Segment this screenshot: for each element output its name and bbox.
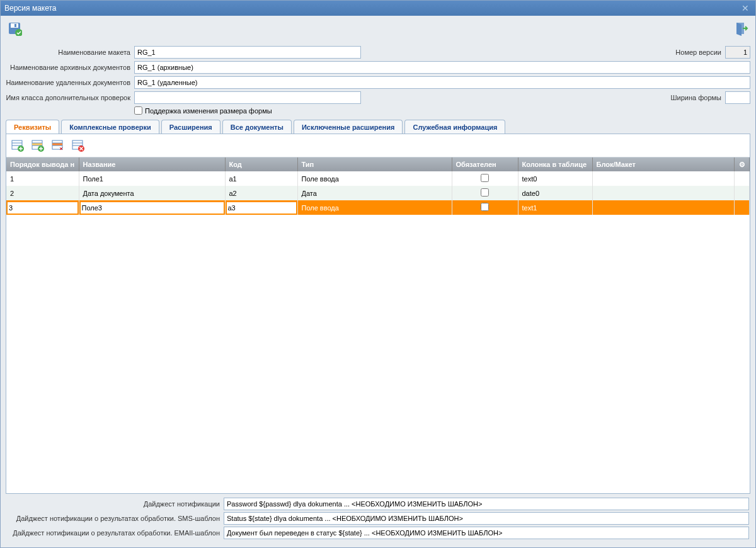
resize-checkbox[interactable]	[134, 106, 142, 115]
digest-input[interactable]	[224, 498, 749, 510]
deleted-label: Наименование удаленных документов	[6, 79, 132, 86]
cell-order[interactable]: 2	[6, 186, 79, 200]
cell-type[interactable]: Поле ввода	[297, 200, 452, 215]
order-input[interactable]	[7, 202, 78, 214]
archive-input[interactable]	[134, 61, 750, 74]
save-icon[interactable]	[6, 20, 23, 37]
tab-all-docs[interactable]: Все документы	[222, 120, 292, 134]
requisites-table: Порядок вывода н Название Код Тип Обязат…	[6, 157, 750, 215]
titlebar: Версия макета ✕	[1, 1, 755, 16]
cell-block[interactable]	[592, 186, 735, 200]
exit-icon[interactable]	[733, 20, 750, 37]
deleted-input[interactable]	[134, 76, 750, 89]
cell-name[interactable]: Поле1	[79, 171, 225, 186]
svg-marker-5	[736, 23, 742, 36]
cell-column[interactable]: date0	[518, 186, 592, 200]
required-checkbox[interactable]	[481, 188, 489, 197]
cell-code[interactable]: a2	[225, 186, 297, 200]
cell-block[interactable]	[592, 200, 735, 215]
cell-type[interactable]: Дата	[297, 186, 452, 200]
table-row[interactable]: 2 Дата документа a2 Дата date0	[6, 186, 750, 200]
email-label: Дайджест нотификации о результатах обраб…	[7, 529, 221, 537]
cell-required[interactable]	[452, 200, 518, 215]
sms-input[interactable]	[224, 512, 749, 525]
row-archive: Наименование архивных документов	[6, 61, 750, 74]
table-body: 1 Поле1 a1 Поле ввода text0 2 Дата докум…	[6, 171, 750, 215]
table-row[interactable]: Поле ввода text1	[6, 200, 750, 215]
tab-service-info[interactable]: Служебная информация	[404, 120, 505, 134]
row-name: Наименование макета Номер версии	[6, 46, 750, 59]
tab-complex-checks[interactable]: Комплексные проверки	[61, 120, 159, 134]
cell-order[interactable]: 1	[6, 171, 79, 186]
table-wrap: Порядок вывода н Название Код Тип Обязат…	[6, 157, 750, 493]
cell-required[interactable]	[452, 186, 518, 200]
width-label: Ширина формы	[671, 94, 723, 101]
sms-label: Дайджест нотификации о результатах обраб…	[7, 515, 221, 522]
required-checkbox[interactable]	[481, 203, 489, 211]
row-deleted: Наименование удаленных документов	[6, 76, 750, 89]
delete-row-icon[interactable]	[71, 138, 86, 153]
name-cell-input[interactable]	[80, 202, 224, 214]
svg-rect-2	[14, 24, 16, 27]
content: Наименование макета Номер версии Наимено…	[1, 46, 755, 547]
copy-row-icon[interactable]	[50, 138, 66, 153]
name-label: Наименование макета	[6, 49, 132, 56]
name-input[interactable]	[134, 46, 361, 59]
col-code[interactable]: Код	[225, 157, 297, 171]
edit-row-icon[interactable]	[30, 138, 45, 153]
version-input	[725, 46, 750, 59]
tab-requisites[interactable]: Реквизиты	[6, 120, 59, 134]
cell-name[interactable]: Дата документа	[79, 186, 225, 200]
version-label: Номер версии	[675, 49, 723, 56]
row-class: Имя класса дополнительных проверок Ширин…	[6, 91, 750, 104]
bottom-form: Дайджест нотификации Дайджест нотификаци…	[6, 494, 750, 542]
archive-label: Наименование архивных документов	[6, 64, 132, 71]
tab-bar: Реквизиты Комплексные проверки Расширени…	[6, 120, 750, 134]
cell-code[interactable]	[225, 200, 297, 215]
row-digest: Дайджест нотификации	[7, 498, 749, 510]
cell-type[interactable]: Поле ввода	[297, 171, 452, 186]
table-row[interactable]: 1 Поле1 a1 Поле ввода text0	[6, 171, 750, 186]
cell-name[interactable]	[79, 200, 225, 215]
svg-rect-11	[32, 143, 42, 146]
email-input[interactable]	[224, 527, 749, 539]
inner-toolbar	[6, 134, 750, 157]
tab-extensions[interactable]: Расширения	[161, 120, 220, 134]
row-resize: Поддержка изменения размера формы	[134, 106, 750, 115]
col-order[interactable]: Порядок вывода н	[6, 157, 79, 171]
col-column[interactable]: Колонка в таблице	[518, 157, 592, 171]
tab-excluded-ext[interactable]: Исключенные расширения	[294, 120, 403, 134]
width-input[interactable]	[725, 91, 750, 104]
code-cell-input[interactable]	[226, 202, 297, 214]
cell-code[interactable]: a1	[225, 171, 297, 186]
col-block[interactable]: Блок/Макет	[592, 157, 735, 171]
row-sms: Дайджест нотификации о результатах обраб…	[7, 512, 749, 525]
table-header-row: Порядок вывода н Название Код Тип Обязат…	[6, 157, 750, 171]
cell-column[interactable]: text0	[518, 171, 592, 186]
cell-required[interactable]	[452, 171, 518, 186]
cell-block[interactable]	[592, 171, 735, 186]
row-email: Дайджест нотификации о результатах обраб…	[7, 527, 749, 539]
class-input[interactable]	[134, 91, 361, 104]
close-icon[interactable]: ✕	[739, 3, 752, 13]
digest-label: Дайджест нотификации	[7, 500, 221, 508]
col-type[interactable]: Тип	[297, 157, 452, 171]
col-required[interactable]: Обязателен	[452, 157, 518, 171]
resize-label: Поддержка изменения размера формы	[145, 107, 272, 115]
add-row-icon[interactable]	[10, 138, 25, 153]
col-name[interactable]: Название	[79, 157, 225, 171]
cell-order[interactable]	[6, 200, 79, 215]
window: Версия макета ✕ Наименование макета Номе…	[0, 0, 756, 548]
svg-rect-16	[52, 143, 62, 146]
gear-icon[interactable]: ⚙	[735, 157, 750, 171]
cell-column[interactable]: text1	[518, 200, 592, 215]
tab-body: Порядок вывода н Название Код Тип Обязат…	[6, 134, 750, 494]
main-toolbar	[1, 16, 755, 46]
class-label: Имя класса дополнительных проверок	[6, 94, 132, 101]
window-title: Версия макета	[4, 4, 57, 13]
required-checkbox[interactable]	[481, 174, 489, 182]
